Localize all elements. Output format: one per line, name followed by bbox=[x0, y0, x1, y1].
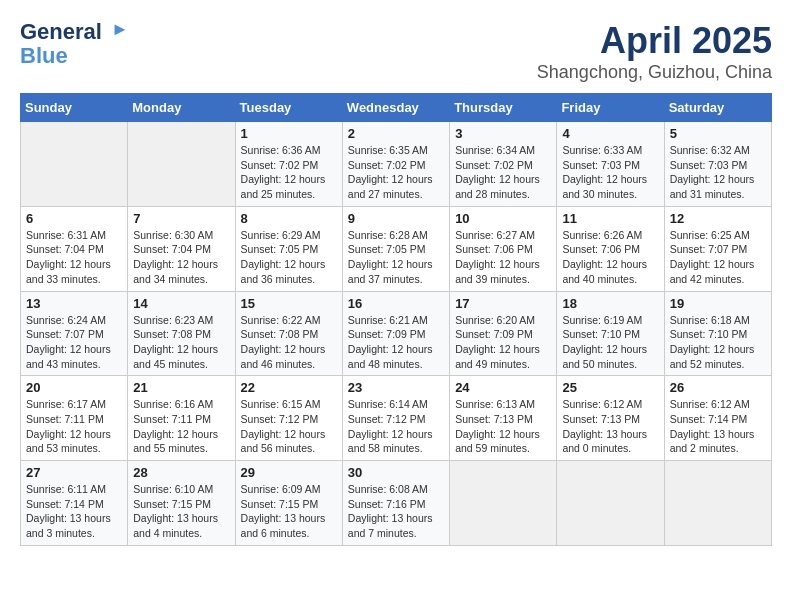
day-info: Sunrise: 6:17 AM Sunset: 7:11 PM Dayligh… bbox=[26, 397, 122, 456]
table-row bbox=[557, 461, 664, 546]
day-info: Sunrise: 6:36 AM Sunset: 7:02 PM Dayligh… bbox=[241, 143, 337, 202]
col-monday: Monday bbox=[128, 94, 235, 122]
calendar-subtitle: Shangchong, Guizhou, China bbox=[537, 62, 772, 83]
table-row: 7Sunrise: 6:30 AM Sunset: 7:04 PM Daylig… bbox=[128, 206, 235, 291]
table-row: 19Sunrise: 6:18 AM Sunset: 7:10 PM Dayli… bbox=[664, 291, 771, 376]
day-number: 4 bbox=[562, 126, 658, 141]
day-info: Sunrise: 6:21 AM Sunset: 7:09 PM Dayligh… bbox=[348, 313, 444, 372]
logo: General ► Blue bbox=[20, 20, 129, 68]
day-number: 18 bbox=[562, 296, 658, 311]
day-info: Sunrise: 6:11 AM Sunset: 7:14 PM Dayligh… bbox=[26, 482, 122, 541]
day-info: Sunrise: 6:16 AM Sunset: 7:11 PM Dayligh… bbox=[133, 397, 229, 456]
table-row: 16Sunrise: 6:21 AM Sunset: 7:09 PM Dayli… bbox=[342, 291, 449, 376]
table-row: 23Sunrise: 6:14 AM Sunset: 7:12 PM Dayli… bbox=[342, 376, 449, 461]
table-row: 2Sunrise: 6:35 AM Sunset: 7:02 PM Daylig… bbox=[342, 122, 449, 207]
col-friday: Friday bbox=[557, 94, 664, 122]
table-row: 1Sunrise: 6:36 AM Sunset: 7:02 PM Daylig… bbox=[235, 122, 342, 207]
day-info: Sunrise: 6:10 AM Sunset: 7:15 PM Dayligh… bbox=[133, 482, 229, 541]
day-number: 8 bbox=[241, 211, 337, 226]
day-info: Sunrise: 6:13 AM Sunset: 7:13 PM Dayligh… bbox=[455, 397, 551, 456]
day-number: 22 bbox=[241, 380, 337, 395]
table-row: 25Sunrise: 6:12 AM Sunset: 7:13 PM Dayli… bbox=[557, 376, 664, 461]
day-info: Sunrise: 6:15 AM Sunset: 7:12 PM Dayligh… bbox=[241, 397, 337, 456]
calendar-table: Sunday Monday Tuesday Wednesday Thursday… bbox=[20, 93, 772, 546]
table-row bbox=[664, 461, 771, 546]
day-info: Sunrise: 6:22 AM Sunset: 7:08 PM Dayligh… bbox=[241, 313, 337, 372]
table-row bbox=[128, 122, 235, 207]
day-info: Sunrise: 6:18 AM Sunset: 7:10 PM Dayligh… bbox=[670, 313, 766, 372]
table-row: 29Sunrise: 6:09 AM Sunset: 7:15 PM Dayli… bbox=[235, 461, 342, 546]
day-number: 20 bbox=[26, 380, 122, 395]
day-number: 6 bbox=[26, 211, 122, 226]
day-info: Sunrise: 6:27 AM Sunset: 7:06 PM Dayligh… bbox=[455, 228, 551, 287]
day-info: Sunrise: 6:24 AM Sunset: 7:07 PM Dayligh… bbox=[26, 313, 122, 372]
col-wednesday: Wednesday bbox=[342, 94, 449, 122]
table-row: 4Sunrise: 6:33 AM Sunset: 7:03 PM Daylig… bbox=[557, 122, 664, 207]
table-row: 18Sunrise: 6:19 AM Sunset: 7:10 PM Dayli… bbox=[557, 291, 664, 376]
day-info: Sunrise: 6:08 AM Sunset: 7:16 PM Dayligh… bbox=[348, 482, 444, 541]
col-tuesday: Tuesday bbox=[235, 94, 342, 122]
table-row: 30Sunrise: 6:08 AM Sunset: 7:16 PM Dayli… bbox=[342, 461, 449, 546]
table-row: 6Sunrise: 6:31 AM Sunset: 7:04 PM Daylig… bbox=[21, 206, 128, 291]
col-thursday: Thursday bbox=[450, 94, 557, 122]
table-row: 13Sunrise: 6:24 AM Sunset: 7:07 PM Dayli… bbox=[21, 291, 128, 376]
day-info: Sunrise: 6:34 AM Sunset: 7:02 PM Dayligh… bbox=[455, 143, 551, 202]
calendar-week-row: 20Sunrise: 6:17 AM Sunset: 7:11 PM Dayli… bbox=[21, 376, 772, 461]
table-row: 24Sunrise: 6:13 AM Sunset: 7:13 PM Dayli… bbox=[450, 376, 557, 461]
day-info: Sunrise: 6:30 AM Sunset: 7:04 PM Dayligh… bbox=[133, 228, 229, 287]
day-number: 17 bbox=[455, 296, 551, 311]
table-row: 14Sunrise: 6:23 AM Sunset: 7:08 PM Dayli… bbox=[128, 291, 235, 376]
table-row bbox=[450, 461, 557, 546]
day-info: Sunrise: 6:09 AM Sunset: 7:15 PM Dayligh… bbox=[241, 482, 337, 541]
day-number: 3 bbox=[455, 126, 551, 141]
day-number: 26 bbox=[670, 380, 766, 395]
day-info: Sunrise: 6:20 AM Sunset: 7:09 PM Dayligh… bbox=[455, 313, 551, 372]
day-number: 12 bbox=[670, 211, 766, 226]
title-block: April 2025 Shangchong, Guizhou, China bbox=[537, 20, 772, 83]
day-number: 11 bbox=[562, 211, 658, 226]
calendar-week-row: 1Sunrise: 6:36 AM Sunset: 7:02 PM Daylig… bbox=[21, 122, 772, 207]
day-number: 24 bbox=[455, 380, 551, 395]
day-number: 15 bbox=[241, 296, 337, 311]
table-row: 12Sunrise: 6:25 AM Sunset: 7:07 PM Dayli… bbox=[664, 206, 771, 291]
col-saturday: Saturday bbox=[664, 94, 771, 122]
table-row: 26Sunrise: 6:12 AM Sunset: 7:14 PM Dayli… bbox=[664, 376, 771, 461]
day-number: 5 bbox=[670, 126, 766, 141]
day-number: 21 bbox=[133, 380, 229, 395]
day-number: 7 bbox=[133, 211, 229, 226]
calendar-week-row: 13Sunrise: 6:24 AM Sunset: 7:07 PM Dayli… bbox=[21, 291, 772, 376]
day-info: Sunrise: 6:29 AM Sunset: 7:05 PM Dayligh… bbox=[241, 228, 337, 287]
day-number: 10 bbox=[455, 211, 551, 226]
day-number: 13 bbox=[26, 296, 122, 311]
day-info: Sunrise: 6:23 AM Sunset: 7:08 PM Dayligh… bbox=[133, 313, 229, 372]
table-row: 28Sunrise: 6:10 AM Sunset: 7:15 PM Dayli… bbox=[128, 461, 235, 546]
table-row: 22Sunrise: 6:15 AM Sunset: 7:12 PM Dayli… bbox=[235, 376, 342, 461]
day-number: 14 bbox=[133, 296, 229, 311]
table-row: 21Sunrise: 6:16 AM Sunset: 7:11 PM Dayli… bbox=[128, 376, 235, 461]
calendar-title: April 2025 bbox=[537, 20, 772, 62]
table-row: 27Sunrise: 6:11 AM Sunset: 7:14 PM Dayli… bbox=[21, 461, 128, 546]
table-row bbox=[21, 122, 128, 207]
table-row: 3Sunrise: 6:34 AM Sunset: 7:02 PM Daylig… bbox=[450, 122, 557, 207]
calendar-week-row: 6Sunrise: 6:31 AM Sunset: 7:04 PM Daylig… bbox=[21, 206, 772, 291]
day-info: Sunrise: 6:26 AM Sunset: 7:06 PM Dayligh… bbox=[562, 228, 658, 287]
day-number: 27 bbox=[26, 465, 122, 480]
day-number: 1 bbox=[241, 126, 337, 141]
logo-arrow-icon: ► bbox=[111, 19, 129, 39]
table-row: 8Sunrise: 6:29 AM Sunset: 7:05 PM Daylig… bbox=[235, 206, 342, 291]
day-info: Sunrise: 6:35 AM Sunset: 7:02 PM Dayligh… bbox=[348, 143, 444, 202]
day-number: 2 bbox=[348, 126, 444, 141]
day-info: Sunrise: 6:31 AM Sunset: 7:04 PM Dayligh… bbox=[26, 228, 122, 287]
day-number: 25 bbox=[562, 380, 658, 395]
day-number: 19 bbox=[670, 296, 766, 311]
day-number: 30 bbox=[348, 465, 444, 480]
day-info: Sunrise: 6:14 AM Sunset: 7:12 PM Dayligh… bbox=[348, 397, 444, 456]
day-number: 23 bbox=[348, 380, 444, 395]
day-info: Sunrise: 6:19 AM Sunset: 7:10 PM Dayligh… bbox=[562, 313, 658, 372]
day-info: Sunrise: 6:12 AM Sunset: 7:13 PM Dayligh… bbox=[562, 397, 658, 456]
day-number: 28 bbox=[133, 465, 229, 480]
table-row: 17Sunrise: 6:20 AM Sunset: 7:09 PM Dayli… bbox=[450, 291, 557, 376]
day-info: Sunrise: 6:12 AM Sunset: 7:14 PM Dayligh… bbox=[670, 397, 766, 456]
col-sunday: Sunday bbox=[21, 94, 128, 122]
logo-blue: Blue bbox=[20, 44, 129, 68]
